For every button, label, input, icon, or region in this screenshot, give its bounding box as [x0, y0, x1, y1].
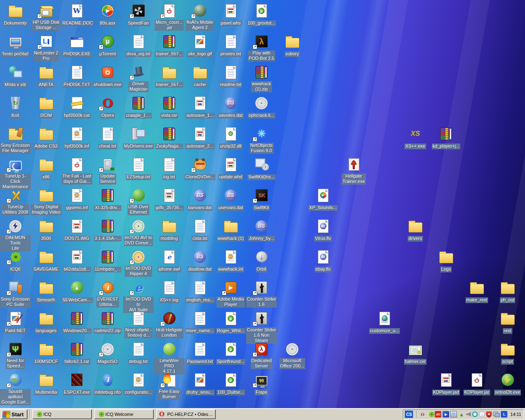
desktop-icon-netlimiter-2-pro[interactable]: L↗NetLimiter 2 Pro [31, 33, 62, 62]
opera-tray-icon[interactable]: O [419, 411, 426, 418]
icq-tray-icon[interactable] [427, 411, 434, 418]
desktop-icon-dedicated-server[interactable]: λ↗Dedicated Server [246, 341, 277, 369]
desktop-icon-ebay-flv[interactable]: BSebay.flv [308, 249, 338, 272]
desktop-icon-xi-325-driv[interactable]: XI-325-driv... [92, 187, 123, 211]
desktop-icon-free-easy-burner[interactable]: ↗Free Easy Burner [154, 372, 185, 400]
desktop-icon-druhy-sexu[interactable]: druhy_sexu... [185, 372, 215, 395]
desktop-icon-multim-dia[interactable]: Multimédia [31, 372, 62, 395]
desktop-icon-x86[interactable]: x86 [31, 156, 62, 180]
desktop-icon-kdplayer-jar[interactable]: KDPlayer.jar [461, 372, 492, 395]
desktop-icon-dcim[interactable]: DCIM [31, 95, 62, 119]
desktop-icon-autosave-2[interactable]: autosave_2... [185, 126, 215, 149]
desktop-icon-dxva-sig-txt[interactable]: dxva_sig.txt [123, 33, 154, 57]
security-alert-tray-icon[interactable]: ✕ [486, 411, 492, 418]
desktop-icon-dos71-img[interactable]: DOS71.IMG [62, 218, 92, 242]
desktop-icon-100-grootst[interactable]: µ100_grootst... [246, 2, 277, 26]
desktop-icon-banvars-dat[interactable]: BSbanvars.dat [185, 187, 215, 211]
desktop-icon-orbit[interactable]: ↓Orbit [246, 249, 277, 272]
desktop-icon-sportfreund[interactable]: µSportfreund... [215, 341, 246, 365]
desktop-icon-uservars-dat[interactable]: BSuservars.dat [215, 187, 246, 211]
desktop-icon-driver-magician[interactable]: ↗Driver Magician [123, 64, 154, 92]
desktop-icon-ophcrack-li[interactable]: ophcrack-li... [246, 95, 277, 119]
desktop-icon-torrent[interactable]: µ↗µTorrent [92, 33, 123, 57]
desktop-icon-micro-coun-jar[interactable]: ↗Micro_coun... .jar [154, 2, 185, 31]
desktop-icon-subory[interactable]: subory [277, 33, 308, 57]
desktop-icon-roger-whit[interactable]: µRoger_Whit... [215, 310, 246, 334]
desktop-icon-tuneup-1-click-maintenance[interactable]: ↗TuneUp 1-Click Maintenance [0, 156, 31, 190]
volume-tray-icon[interactable] [466, 412, 471, 417]
desktop-icon-setool2lt-exe[interactable]: setool2lt.exe [492, 372, 523, 395]
desktop-icon-phdisk-txt[interactable]: PHDISK.TXT [62, 64, 92, 88]
desktop-icon-script[interactable]: script [492, 341, 523, 365]
network-activity-tray-icon[interactable]: ▲ [458, 411, 465, 418]
desktop-icon-netobjects-fusion-9-0[interactable]: ✳↗NetObjects Fusion 9.0 [246, 126, 277, 154]
desktop-icon-ezsetup-txt[interactable]: EZSetup.txt [123, 156, 154, 180]
desktop-icon-make-rest[interactable]: make_rest [461, 279, 492, 303]
desktop-icon-cache[interactable]: cache [185, 64, 215, 88]
desktop-icon-daemon-tools-lite[interactable]: ↗DAEMON Tools Lite [0, 218, 31, 251]
desktop-icon-phdisk-exe[interactable]: PHDISK.EXE [62, 33, 92, 57]
desktop-icon-windows20[interactable]: Windows20... [62, 310, 92, 334]
desktop-icon-xs-exe[interactable]: XSXS++.exe [400, 126, 431, 149]
network-connection-tray-icon[interactable] [493, 411, 500, 418]
desktop-icon-xp-sounds[interactable]: ▶XP_Sounds... [308, 187, 338, 211]
taskbar-button-icq[interactable]: ICQ [32, 409, 92, 419]
desktop-icon-fraps[interactable]: 99↗Fraps [246, 372, 277, 395]
desktop-icon-espcxt-exe[interactable]: ESPCXT.exe [62, 372, 92, 395]
desktop-icon-savsites-dat[interactable]: BSsavsites.dat [215, 95, 246, 119]
netlimiter-tray-icon[interactable]: L [501, 411, 507, 418]
desktop-icon-radmin22-zip[interactable]: radmin22.zip [92, 310, 123, 334]
desktop-icon-11mhpdrv[interactable]: 11mhpdrv_... [92, 249, 123, 272]
desktop-icon-float-s-mobile-agent-2[interactable]: ↗floAt's Mobile Agent 2 [185, 2, 215, 31]
download-manager-tray-icon[interactable]: ↓ [479, 411, 485, 417]
desktop-icon-adobe-media-player[interactable]: ▶↗Adobe Media Player [215, 279, 246, 308]
desktop-icon-initdebug-nfo[interactable]: iinitdebug.nfo [92, 372, 123, 395]
desktop-icon-hpf3500k-inf[interactable]: ⚙hpf3500k.inf [62, 126, 92, 149]
desktop-icon-wwwhack-ini[interactable]: ⚙wwwhack.ini [215, 249, 246, 272]
desktop-icon-aneta[interactable]: ANETA [31, 64, 62, 88]
desktop-icon-imtoo-avi-to-dvd-conve[interactable]: ↗ImTOO AVI to DVD Conve... [123, 218, 154, 246]
desktop-icon-zvukynajja[interactable]: ZvukyNajja... [154, 126, 185, 149]
desktop-icon-site-logo-gif[interactable]: site_logo.gif [185, 33, 215, 57]
desktop-icon-fallcrk2-1-rar[interactable]: fallcrk2.1.rar [62, 341, 92, 365]
desktop-icon-counter-strike-1-6[interactable]: ↗Counter-Strike 1.6 [246, 279, 277, 308]
desktop-icon-log-txt[interactable]: log.txt [154, 156, 185, 180]
desktop-icon-update-service[interactable]: →↗Update Service [92, 156, 123, 185]
desktop-icon-craagle-1[interactable]: craagle_1.... [123, 95, 154, 119]
desktop-icon-autosave-1[interactable]: autosave_1... [185, 95, 215, 119]
desktop-icon-pavel-whs[interactable]: pavel.whs [215, 2, 246, 26]
desktop-icon-tuneup-utilities-2008[interactable]: ↗TuneUp Utilities 2008 [0, 187, 31, 215]
ati-catalyst-tray-icon[interactable]: ATI [435, 411, 441, 418]
desktop-icon-100msdcf[interactable]: 100MSDCF [31, 341, 62, 365]
desktop-icon-sony-ericsson-pc-suite[interactable]: ↗Sony Ericsson PC Suite [0, 279, 31, 308]
desktop-icon-paint-net[interactable]: ↗Paint.NET [0, 310, 31, 334]
taskbar-button-pc-help-cz-odeslat-o[interactable]: OPC-HELP.CZ • Odeslat o... [156, 409, 216, 419]
desktop-icon-3500[interactable]: 3500 [31, 218, 62, 242]
desktop-icon-rest[interactable]: rest [492, 310, 523, 334]
desktop-icon-proxies-txt[interactable]: proxies.txt [215, 33, 246, 57]
desktop-icon-readme-doc[interactable]: WREADME.DOC [62, 2, 92, 26]
desktop-icon-unzip32-dll[interactable]: ⚙unzip32.dll [215, 126, 246, 149]
desktop-icon-need-for-speed[interactable]: Ψ↗Need for Speed... [0, 341, 31, 369]
desktop-icon-simearth[interactable]: Simearth [31, 279, 62, 303]
desktop-icon-languages[interactable]: languages [31, 310, 62, 334]
desktop-icon-hpf3500k-cat[interactable]: hpf3500k.cat [62, 95, 92, 119]
desktop-icon-ph-out[interactable]: ph_out [492, 279, 523, 303]
desktop-icon-vista-rar[interactable]: vista.rar [154, 95, 185, 119]
desktop-icon-100-duitse[interactable]: µ100_Duitse... [215, 372, 246, 395]
desktop-icon-the-fall-last-days-of-gai[interactable]: The Fall - Last days of Gai... [62, 156, 92, 185]
desktop-icon-halmer-cer[interactable]: halmer.cer [400, 341, 431, 365]
desktop-icon-opera[interactable]: O↗Opera [92, 95, 123, 119]
desktop-icon-ggsemc-inf[interactable]: ⚙ggsemc.inf [62, 187, 92, 211]
desktop-icon-swiftkit-ins[interactable]: SwiftKit(Ins... [246, 156, 277, 180]
desktop-icon-cheat-txt[interactable]: cheat.txt [92, 126, 123, 149]
desktop-icon-ko[interactable]: ↻Koš [0, 95, 31, 119]
desktop-icon-spustit-aplikaci-google-eart[interactable]: ↗Spustit aplikaci Google Eart... [0, 372, 31, 405]
desktop-icon-limewire-pro-4-17-1[interactable]: LimeWire PRO 4.17.1 [154, 341, 185, 374]
desktop-icon-logs[interactable]: Logs [431, 249, 461, 272]
start-button[interactable]: Start [1, 409, 27, 419]
desktop-icon-80s-asx[interactable]: ▶80s.asx [92, 2, 123, 26]
desktop-icon-adobe-cs3[interactable]: Adobe CS3 [31, 126, 62, 149]
desktop-icon-speedfan[interactable]: ↗SpeedFan [123, 2, 154, 26]
desktop-icon-kd-player-j[interactable]: kd_player+j... [431, 126, 461, 149]
